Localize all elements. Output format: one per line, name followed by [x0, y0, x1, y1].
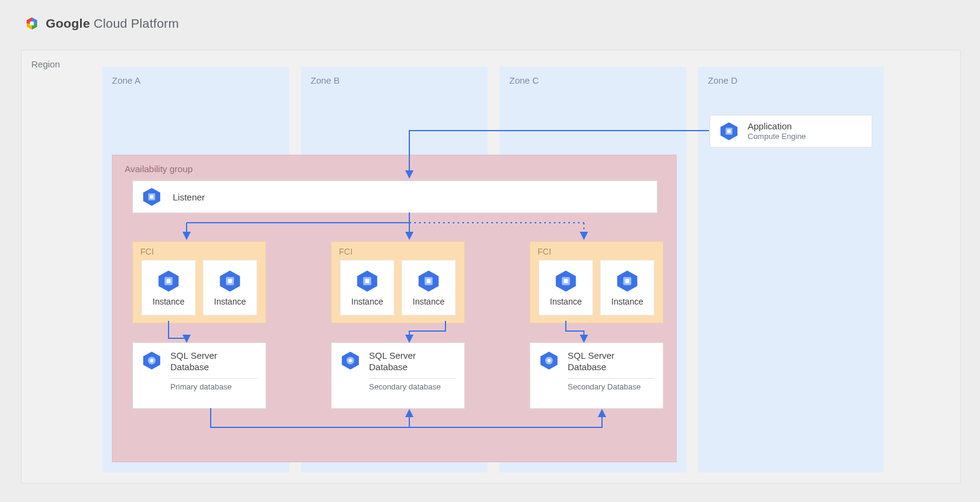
- svg-marker-6: [30, 22, 34, 26]
- cloud-sql-icon: [539, 350, 559, 371]
- compute-icon: [355, 269, 379, 293]
- instance-label: Instance: [612, 297, 644, 306]
- listener-card: Listener: [132, 181, 657, 213]
- fci-b-label: FCI: [339, 247, 353, 256]
- db-b-role: Secondary database: [369, 382, 456, 391]
- db-b: SQL Server Database Secondary database: [331, 342, 465, 409]
- region-label: Region: [31, 59, 60, 69]
- fci-b-instance-2: Instance: [402, 260, 456, 315]
- availability-group: Availability group Listener FCI Instance…: [112, 155, 677, 462]
- db-a-title: SQL Server Database: [170, 350, 257, 373]
- instance-label: Instance: [413, 297, 445, 306]
- availability-group-label: Availability group: [125, 164, 193, 174]
- zone-c-label: Zone C: [509, 75, 539, 85]
- compute-icon: [615, 269, 639, 293]
- fci-a-instance-2: Instance: [203, 260, 257, 315]
- instance-label: Instance: [214, 297, 246, 306]
- compute-icon: [554, 269, 578, 293]
- compute-icon: [417, 269, 441, 293]
- svg-rect-27: [625, 279, 630, 284]
- instance-label: Instance: [550, 297, 582, 306]
- svg-rect-24: [564, 279, 568, 284]
- svg-point-33: [349, 359, 352, 362]
- compute-icon: [218, 269, 242, 293]
- cloud-sql-icon: [340, 350, 361, 371]
- fci-b: FCI Instance Instance: [331, 241, 465, 323]
- compute-icon: [719, 121, 739, 141]
- db-a-role: Primary database: [170, 382, 257, 391]
- fci-c: FCI Instance Instance: [530, 241, 663, 323]
- divider: [369, 378, 456, 379]
- db-c-role: Secondary Database: [568, 382, 654, 391]
- gcp-logo-icon: [24, 16, 40, 31]
- brand-text: Google Cloud Platform: [46, 16, 179, 31]
- divider: [568, 378, 654, 379]
- svg-rect-18: [365, 279, 370, 284]
- db-b-title: SQL Server Database: [369, 350, 456, 373]
- svg-point-36: [547, 359, 551, 362]
- svg-rect-15: [228, 279, 232, 284]
- fci-a-instance-1: Instance: [141, 260, 196, 315]
- svg-rect-12: [167, 279, 171, 284]
- fci-c-label: FCI: [538, 247, 551, 256]
- svg-rect-9: [150, 195, 154, 199]
- svg-point-30: [150, 359, 154, 362]
- svg-rect-39: [727, 129, 731, 133]
- fci-a-label: FCI: [140, 247, 154, 256]
- zone-a-label: Zone A: [112, 75, 141, 85]
- fci-c-instance-1: Instance: [539, 260, 593, 315]
- zone-b-label: Zone B: [311, 75, 340, 85]
- fci-b-instance-1: Instance: [340, 260, 394, 315]
- application-subtitle: Compute Engine: [748, 132, 806, 141]
- region-box: Region Zone A Zone B Zone C Zone D Avail…: [21, 50, 961, 483]
- db-c: SQL Server Database Secondary Database: [530, 342, 663, 409]
- instance-label: Instance: [352, 297, 383, 306]
- svg-rect-21: [427, 279, 431, 284]
- fci-c-instance-2: Instance: [600, 260, 654, 315]
- cloud-sql-icon: [141, 350, 162, 371]
- divider: [170, 378, 257, 379]
- application-card: Application Compute Engine: [710, 115, 872, 147]
- zone-d-label: Zone D: [708, 75, 737, 85]
- listener-label: Listener: [173, 192, 205, 202]
- compute-icon: [157, 269, 181, 293]
- application-title: Application: [748, 121, 806, 132]
- fci-a: FCI Instance Instance: [132, 241, 266, 323]
- db-c-title: SQL Server Database: [568, 350, 654, 373]
- instance-label: Instance: [153, 297, 185, 306]
- db-a: SQL Server Database Primary database: [132, 342, 266, 409]
- brand-logo: Google Cloud Platform: [24, 16, 179, 31]
- compute-icon: [141, 187, 162, 207]
